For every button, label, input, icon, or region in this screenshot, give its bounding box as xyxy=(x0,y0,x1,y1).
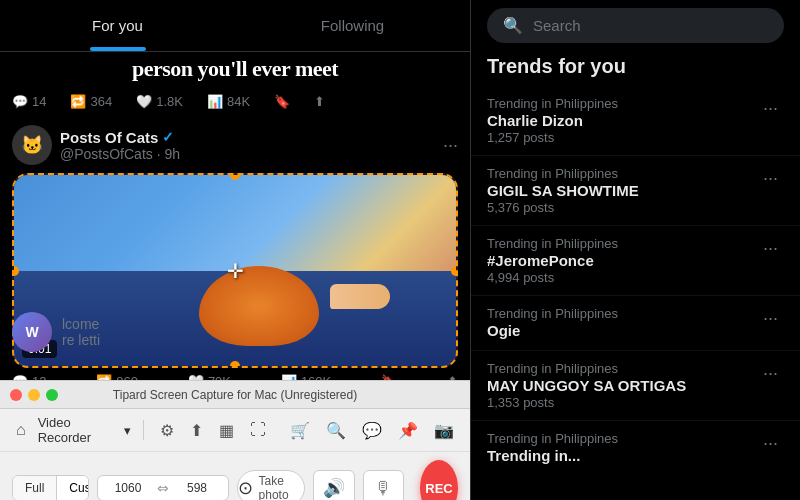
capture-options: Full Custom ⇔ ⊙ Take photo 🔊 🎙 xyxy=(0,452,470,500)
main-container: For you Following person you'll ever mee… xyxy=(0,0,800,500)
trend-item-1[interactable]: Trending in Philippines GIGIL SA SHOWTIM… xyxy=(471,156,800,226)
upload-icon[interactable]: ⬆ xyxy=(186,419,207,442)
bookmark-action[interactable]: 🔖 xyxy=(274,94,290,109)
like-action[interactable]: 🤍 1.8K xyxy=(136,94,183,109)
share-action[interactable]: ⬆ xyxy=(314,94,325,109)
trend-info-4: Trending in Philippines MAY UNGGOY SA OR… xyxy=(487,361,757,410)
size-option-group: Full Custom xyxy=(12,475,89,500)
camera-circle-icon: ⊙ xyxy=(238,477,253,499)
grid-icon[interactable]: ▦ xyxy=(215,419,238,442)
trend-category-5: Trending in Philippines xyxy=(487,431,757,446)
close-window-button[interactable] xyxy=(10,389,22,401)
maximize-window-button[interactable] xyxy=(46,389,58,401)
camera-option[interactable]: ⊙ Take photo xyxy=(237,470,306,500)
overlay-text: person you'll ever meet xyxy=(132,56,338,82)
handle-tr[interactable] xyxy=(451,173,458,180)
handle-mr[interactable] xyxy=(451,266,458,276)
expand-icon[interactable]: ⛶ xyxy=(246,419,270,441)
search-placeholder[interactable]: Search xyxy=(533,17,581,34)
resolution-width-input[interactable] xyxy=(106,481,151,495)
handle-bl[interactable] xyxy=(12,361,19,368)
trend-item-4[interactable]: Trending in Philippines MAY UNGGOY SA OR… xyxy=(471,351,800,421)
user-info: Posts Of Cats ✓ @PostsOfCats · 9h xyxy=(60,129,435,162)
camera-toolbar-icon[interactable]: 📷 xyxy=(430,419,458,442)
profile-avatar: W xyxy=(12,312,52,352)
rec-label: REC xyxy=(425,481,452,496)
trend-category-0: Trending in Philippines xyxy=(487,96,757,111)
trend-posts-2: 4,994 posts xyxy=(487,270,757,285)
trends-heading: Trends for you xyxy=(471,51,800,86)
trend-item-0[interactable]: Trending in Philippines Charlie Dizon 1,… xyxy=(471,86,800,156)
post-time-value: 9h xyxy=(164,146,180,162)
trend-name-1: GIGIL SA SHOWTIME xyxy=(487,182,757,199)
resolution-separator: ⇔ xyxy=(157,480,169,496)
trend-category-3: Trending in Philippines xyxy=(487,306,757,321)
trend-more-1[interactable]: ··· xyxy=(757,166,784,191)
trend-info-2: Trending in Philippines #JeromePonce 4,9… xyxy=(487,236,757,285)
resolution-height-input[interactable] xyxy=(175,481,220,495)
home-icon[interactable]: ⌂ xyxy=(12,419,30,441)
tab-for-you[interactable]: For you xyxy=(0,0,235,51)
post-header: 🐱 Posts Of Cats ✓ @PostsOfCats · 9h ··· xyxy=(12,125,458,165)
video-post-actions: 💬 14 🔁 364 🤍 1.8K 📊 84K 🔖 ⬆ xyxy=(0,86,470,117)
verified-icon: ✓ xyxy=(162,129,174,145)
search-input-wrapper[interactable]: 🔍 Search xyxy=(487,8,784,43)
profile-text-line2: re letti xyxy=(62,332,100,348)
trend-item-2[interactable]: Trending in Philippines #JeromePonce 4,9… xyxy=(471,226,800,296)
mic-option[interactable]: 🎙 xyxy=(363,470,404,500)
views-icon: 📊 xyxy=(207,94,223,109)
video-recorder-text: Video Recorder xyxy=(38,415,120,445)
cat-post: 🐱 Posts Of Cats ✓ @PostsOfCats · 9h ··· xyxy=(0,117,470,403)
trend-item-5[interactable]: Trending in Philippines Trending in... ·… xyxy=(471,421,800,475)
like-icon: 🤍 xyxy=(136,94,152,109)
rec-button[interactable]: REC xyxy=(420,460,458,500)
trends-panel: 🔍 Search Trends for you Trending in Phil… xyxy=(470,0,800,500)
search-icon: 🔍 xyxy=(503,16,523,35)
search-toolbar-icon[interactable]: 🔍 xyxy=(322,419,350,442)
avatar: 🐱 xyxy=(12,125,52,165)
tab-following-label: Following xyxy=(321,17,384,34)
audio-option[interactable]: 🔊 xyxy=(313,470,354,500)
message-icon[interactable]: 💬 xyxy=(358,419,386,442)
screen-capture-bar: Tipard Screen Capture for Mac (Unregiste… xyxy=(0,380,470,500)
capture-title: Tipard Screen Capture for Mac (Unregiste… xyxy=(113,388,357,402)
like-count: 1.8K xyxy=(156,94,183,109)
capture-toolbar: ⌂ Video Recorder ▾ ⚙ ⬆ ▦ ⛶ 🛒 🔍 💬 📌 📷 xyxy=(0,409,470,452)
cart-icon[interactable]: 🛒 xyxy=(286,419,314,442)
trend-more-3[interactable]: ··· xyxy=(757,306,784,331)
video-recorder-label[interactable]: Video Recorder ▾ xyxy=(38,415,131,445)
video-overlay: person you'll ever meet xyxy=(0,52,470,86)
trend-info-5: Trending in Philippines Trending in... xyxy=(487,431,757,465)
audio-icon: 🔊 xyxy=(323,477,345,499)
full-size-button[interactable]: Full xyxy=(13,476,57,500)
minimize-window-button[interactable] xyxy=(28,389,40,401)
views-count: 84K xyxy=(227,94,250,109)
post-more-button[interactable]: ··· xyxy=(443,135,458,156)
trend-more-2[interactable]: ··· xyxy=(757,236,784,261)
pin-icon[interactable]: 📌 xyxy=(394,419,422,442)
bookmark-icon: 🔖 xyxy=(274,94,290,109)
trend-item-3[interactable]: Trending in Philippines Ogie ··· xyxy=(471,296,800,351)
retweet-action[interactable]: 🔁 364 xyxy=(70,94,112,109)
settings-icon[interactable]: ⚙ xyxy=(156,419,178,442)
handle-bm[interactable] xyxy=(230,361,240,368)
custom-size-button[interactable]: Custom xyxy=(57,476,88,500)
post-username: Posts Of Cats ✓ xyxy=(60,129,435,146)
share-icon: ⬆ xyxy=(314,94,325,109)
trend-more-5[interactable]: ··· xyxy=(757,431,784,456)
comment-icon: 💬 xyxy=(12,94,28,109)
post-handle: @PostsOfCats · 9h xyxy=(60,146,435,162)
comment-count: 14 xyxy=(32,94,46,109)
trend-more-0[interactable]: ··· xyxy=(757,96,784,121)
trend-more-4[interactable]: ··· xyxy=(757,361,784,386)
move-cursor-icon: ✛ xyxy=(227,259,244,283)
profile-section: W lcome re letti xyxy=(0,304,470,360)
search-bar: 🔍 Search xyxy=(471,0,800,51)
comment-action[interactable]: 💬 14 xyxy=(12,94,46,109)
trend-info-0: Trending in Philippines Charlie Dizon 1,… xyxy=(487,96,757,145)
window-controls xyxy=(10,389,58,401)
tab-following[interactable]: Following xyxy=(235,0,470,51)
handle-br[interactable] xyxy=(451,361,458,368)
profile-text-line1: lcome xyxy=(62,316,100,332)
views-action[interactable]: 📊 84K xyxy=(207,94,250,109)
